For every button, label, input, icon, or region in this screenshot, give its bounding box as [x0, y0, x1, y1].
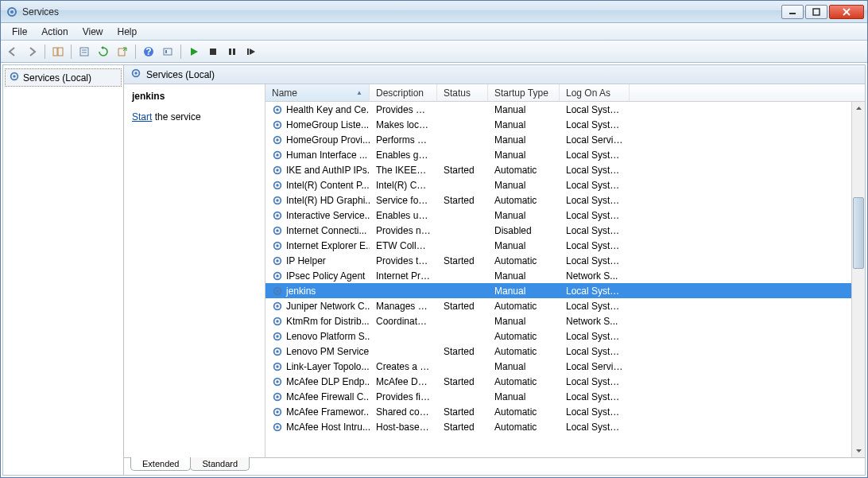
tab-extended[interactable]: Extended — [130, 457, 191, 471]
service-row[interactable]: McAfee DLP Endp...McAfee DL...StartedAut… — [265, 374, 865, 389]
services-window: Services File Action View Help ? — [0, 0, 868, 478]
cell-status — [437, 245, 488, 247]
service-rows[interactable]: Health Key and Ce...Provides X.5...Manua… — [265, 102, 865, 457]
cell-startup-type: Automatic — [488, 375, 560, 388]
menu-action[interactable]: Action — [35, 25, 74, 39]
cell-name: jenkins — [265, 285, 370, 297]
restart-service-button[interactable] — [242, 43, 260, 60]
service-row[interactable]: IPsec Policy AgentInternet Pro...ManualN… — [265, 268, 865, 283]
cell-status: Started — [437, 164, 488, 177]
column-startup-type[interactable]: Startup Type — [488, 84, 560, 101]
cell-status: Started — [437, 194, 488, 207]
vertical-scrollbar[interactable] — [851, 102, 865, 457]
service-row[interactable]: Lenovo PM ServiceStartedAutomaticLocal S… — [265, 344, 865, 359]
nav-services-local[interactable]: Services (Local) — [5, 68, 122, 87]
cell-log-on-as: Local Syste... — [560, 209, 630, 222]
cell-name: McAfee DLP Endp... — [265, 375, 370, 388]
sort-asc-icon: ▲ — [356, 89, 362, 96]
service-row[interactable]: Interactive Service...Enables use...Manu… — [265, 208, 865, 223]
svg-point-1 — [10, 10, 14, 14]
cell-name: Internet Connecti... — [265, 224, 370, 237]
service-row[interactable]: jenkinsManualLocal Syste... — [265, 283, 865, 298]
svg-point-35 — [276, 184, 279, 187]
service-row[interactable]: KtmRm for Distrib...Coordinates...Manual… — [265, 313, 865, 328]
pause-service-button[interactable] — [223, 43, 241, 60]
service-row[interactable]: IKE and AuthIP IPs...The IKEEXT ...Start… — [265, 162, 865, 177]
column-log-on-as[interactable]: Log On As — [560, 84, 630, 101]
tab-standard[interactable]: Standard — [190, 457, 250, 471]
menu-view[interactable]: View — [76, 25, 110, 39]
service-row[interactable]: McAfee Framewor...Shared com...StartedAu… — [265, 404, 865, 419]
service-row[interactable]: McAfee Firewall C...Provides fir...Manua… — [265, 389, 865, 404]
svg-rect-15 — [165, 50, 167, 53]
scroll-thumb[interactable] — [853, 197, 864, 269]
start-service-button[interactable] — [185, 43, 203, 60]
service-row[interactable]: Internet Connecti...Provides ne...Disabl… — [265, 223, 865, 238]
service-row[interactable]: Intel(R) Content P...Intel(R) Con...Manu… — [265, 177, 865, 192]
svg-point-23 — [134, 72, 138, 75]
service-row[interactable]: HomeGroup Provi...Performs ne...ManualLo… — [265, 132, 865, 147]
cell-description: Host-based ... — [370, 421, 437, 433]
svg-point-25 — [276, 108, 279, 111]
svg-point-31 — [276, 154, 279, 157]
cell-description — [370, 290, 437, 292]
cell-status: Started — [437, 255, 488, 267]
cell-startup-type: Automatic — [488, 164, 560, 177]
cell-status: Started — [437, 375, 488, 388]
toolbar-separator — [45, 45, 45, 59]
scroll-down-button[interactable] — [852, 444, 865, 457]
cell-log-on-as: Local Syste... — [560, 345, 630, 358]
cell-description: The IKEEXT ... — [370, 164, 437, 177]
service-icon — [272, 119, 283, 130]
svg-point-37 — [276, 199, 279, 202]
minimize-button[interactable] — [781, 5, 804, 19]
menu-help[interactable]: Help — [111, 25, 144, 39]
stop-service-button[interactable] — [204, 43, 222, 60]
cell-log-on-as: Local Syste... — [560, 255, 630, 267]
help-button[interactable]: ? — [140, 43, 157, 60]
service-row[interactable]: Juniper Network C...Manages se...Started… — [265, 298, 865, 313]
svg-rect-6 — [53, 48, 57, 56]
maximize-button[interactable] — [805, 5, 827, 19]
cell-name: Health Key and Ce... — [265, 103, 370, 116]
back-button[interactable] — [4, 43, 21, 60]
refresh-button[interactable] — [95, 43, 112, 60]
forward-button[interactable] — [23, 43, 41, 60]
column-status[interactable]: Status — [437, 84, 488, 101]
cell-name: IP Helper — [265, 255, 370, 267]
export-list-button[interactable] — [114, 43, 131, 60]
svg-point-57 — [276, 350, 279, 353]
service-row[interactable]: Human Interface ...Enables gen...ManualL… — [265, 147, 865, 162]
toolbar-separator — [135, 45, 136, 59]
service-icon — [272, 225, 283, 236]
show-hide-tree-button[interactable] — [49, 43, 67, 60]
cell-name: IPsec Policy Agent — [265, 270, 370, 282]
service-icon — [272, 180, 283, 191]
service-row[interactable]: Health Key and Ce...Provides X.5...Manua… — [265, 102, 865, 117]
service-row[interactable]: McAfee Host Intru...Host-based ...Starte… — [265, 419, 865, 434]
scroll-up-button[interactable] — [852, 102, 865, 115]
console-tree[interactable]: Services (Local) — [3, 65, 124, 475]
start-service-link[interactable]: Start — [132, 111, 152, 122]
service-row[interactable]: Link-Layer Topolo...Creates a N...Manual… — [265, 359, 865, 374]
service-row[interactable]: Lenovo Platform S...AutomaticLocal Syste… — [265, 328, 865, 344]
cell-startup-type: Manual — [488, 315, 560, 328]
cell-name: Lenovo PM Service — [265, 345, 370, 358]
titlebar[interactable]: Services — [1, 1, 867, 23]
cell-log-on-as: Local Syste... — [560, 164, 630, 177]
menu-file[interactable]: File — [6, 25, 33, 39]
column-description[interactable]: Description — [370, 84, 437, 101]
service-row[interactable]: HomeGroup Liste...Makes local...ManualLo… — [265, 117, 865, 132]
cell-log-on-as: Network S... — [560, 315, 630, 328]
properties-button[interactable] — [76, 43, 93, 60]
service-icon — [272, 210, 283, 221]
cell-startup-type: Manual — [488, 149, 560, 161]
toolbar-button[interactable] — [159, 43, 176, 60]
svg-point-47 — [276, 274, 279, 278]
close-button[interactable] — [829, 5, 864, 19]
cell-description: Provides fir... — [370, 391, 437, 403]
service-row[interactable]: Intel(R) HD Graphi...Service for I...Sta… — [265, 192, 865, 208]
service-row[interactable]: Internet Explorer E...ETW Collect...Manu… — [265, 238, 865, 253]
service-row[interactable]: IP HelperProvides tu...StartedAutomaticL… — [265, 253, 865, 268]
column-name[interactable]: Name▲ — [265, 84, 370, 101]
